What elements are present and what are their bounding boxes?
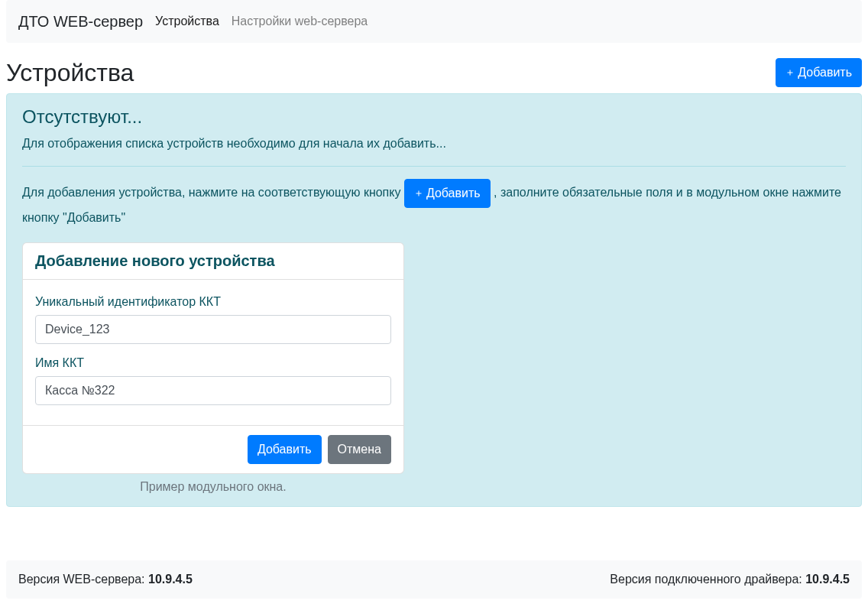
add-device-inline-button[interactable]: Добавить (404, 179, 491, 208)
driver-version-label: Версия подключенного драйвера: (610, 573, 805, 586)
device-id-label: Уникальный идентификатор ККТ (35, 295, 391, 309)
device-name-input[interactable] (35, 376, 391, 405)
modal-caption: Пример модульного окна. (22, 480, 404, 494)
add-device-modal: Добавление нового устройства Уникальный … (22, 242, 404, 474)
driver-version: Версия подключенного драйвера: 10.9.4.5 (610, 573, 850, 586)
alert-text-before: Для добавления устройства, нажмите на со… (22, 186, 404, 199)
web-version-label: Версия WEB-сервера: (18, 573, 148, 586)
alert-divider (22, 166, 846, 167)
navbar-brand[interactable]: ДТО WEB-сервер (18, 13, 143, 31)
modal-submit-button[interactable]: Добавить (248, 435, 322, 464)
web-version: Версия WEB-сервера: 10.9.4.5 (18, 573, 193, 586)
navbar: ДТО WEB-сервер Устройства Настройки web-… (6, 0, 862, 43)
alert-message-1: Для отображения списка устройств необход… (22, 134, 846, 154)
nav-link-devices[interactable]: Устройства (155, 15, 219, 28)
page-header: Устройства Добавить (6, 58, 862, 87)
nav-link-settings[interactable]: Настройки web-сервера (232, 15, 368, 28)
add-device-inline-button-label: Добавить (426, 184, 481, 203)
modal-title: Добавление нового устройства (23, 243, 403, 280)
modal-cancel-button[interactable]: Отмена (328, 435, 391, 464)
footer: Версия WEB-сервера: 10.9.4.5 Версия подк… (6, 560, 862, 599)
alert-heading: Отсутствуют... (22, 106, 846, 128)
alert-message-2: Для добавления устройства, нажмите на со… (22, 179, 846, 228)
plus-icon (414, 189, 423, 198)
empty-alert: Отсутствуют... Для отображения списка ус… (6, 93, 862, 507)
page-title: Устройства (6, 59, 134, 87)
web-version-value: 10.9.4.5 (148, 573, 193, 586)
device-name-label: Имя ККТ (35, 356, 391, 370)
driver-version-value: 10.9.4.5 (805, 573, 850, 586)
add-device-button[interactable]: Добавить (776, 58, 862, 87)
add-device-button-label: Добавить (798, 63, 852, 82)
device-id-input[interactable] (35, 315, 391, 344)
plus-icon (785, 68, 795, 77)
